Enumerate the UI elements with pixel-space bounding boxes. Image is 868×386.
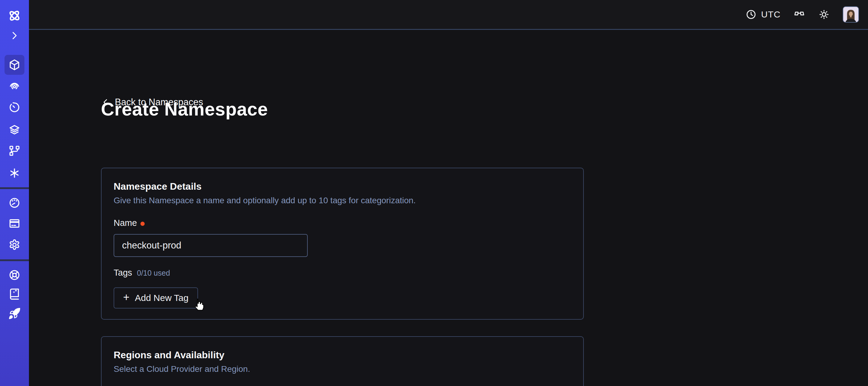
- sidebar-item-support[interactable]: [4, 265, 24, 285]
- sidebar-item-usage[interactable]: [4, 193, 24, 213]
- tags-label: Tags: [114, 268, 132, 278]
- avatar-photo: [843, 7, 858, 22]
- workflow-branch-icon: [8, 144, 21, 157]
- clock-icon: [745, 9, 757, 20]
- timer-icon: [8, 101, 21, 114]
- namespace-name-input[interactable]: [114, 234, 308, 257]
- sidebar-item-status[interactable]: [4, 76, 24, 96]
- tags-count: 0/10 used: [137, 269, 170, 277]
- sidebar-item-docs[interactable]: [4, 284, 24, 304]
- sidebar-expand-toggle[interactable]: [4, 28, 24, 43]
- card-title: Namespace Details: [114, 181, 571, 192]
- pulse-rings-icon: [8, 80, 21, 92]
- required-dot: [141, 221, 145, 226]
- user-avatar[interactable]: [843, 6, 859, 23]
- layers-icon: [8, 124, 21, 136]
- regions-availability-card: Regions and Availability Select a Cloud …: [101, 336, 584, 386]
- sidebar-item-nexus[interactable]: [4, 163, 24, 183]
- theme-toggle-button[interactable]: [818, 8, 830, 21]
- ask-ai-button[interactable]: [793, 8, 805, 21]
- timezone-label: UTC: [761, 9, 781, 20]
- sidebar-item-deployments[interactable]: [4, 120, 24, 140]
- gauge-icon: [8, 196, 21, 209]
- sidebar-divider: [0, 259, 29, 261]
- sidebar-item-home[interactable]: [4, 6, 24, 26]
- sidebar-item-schedules[interactable]: [4, 97, 24, 117]
- sidebar-item-workflows[interactable]: [4, 141, 24, 161]
- glasses-icon: [793, 8, 805, 21]
- add-new-tag-button[interactable]: + Add New Tag: [114, 287, 198, 308]
- temporal-logo-icon: [7, 8, 22, 24]
- lifebuoy-icon: [8, 269, 21, 281]
- cube-icon: [8, 59, 21, 71]
- card-title: Regions and Availability: [114, 350, 571, 361]
- page-title: Create Namespace: [101, 99, 268, 120]
- main-content: Back to Namespaces Create Namespace Name…: [29, 30, 868, 386]
- sun-icon: [818, 8, 830, 21]
- card-subtitle: Give this Namespace a name and optionall…: [114, 196, 571, 205]
- name-label: Name: [114, 218, 137, 228]
- plus-icon: +: [123, 292, 130, 303]
- sidebar-item-settings[interactable]: [4, 235, 24, 255]
- sidebar-divider: [0, 187, 29, 189]
- asterisk-icon: [8, 167, 21, 179]
- gear-icon: [8, 239, 21, 251]
- sidebar-item-getting-started[interactable]: [4, 304, 24, 324]
- sidebar-item-billing[interactable]: [4, 213, 24, 233]
- book-sparkles-icon: [8, 288, 21, 300]
- billing-card-icon: [8, 217, 21, 230]
- primary-sidebar: [0, 0, 29, 386]
- topbar: UTC: [29, 0, 868, 30]
- timezone-button[interactable]: UTC: [745, 9, 781, 20]
- sidebar-item-namespaces[interactable]: [4, 55, 24, 75]
- card-subtitle: Select a Cloud Provider and Region.: [114, 364, 571, 374]
- add-tag-label: Add New Tag: [135, 293, 189, 303]
- rocket-icon: [8, 307, 21, 320]
- namespace-details-card: Namespace Details Give this Namespace a …: [101, 168, 584, 320]
- chevron-right-icon: [9, 30, 20, 41]
